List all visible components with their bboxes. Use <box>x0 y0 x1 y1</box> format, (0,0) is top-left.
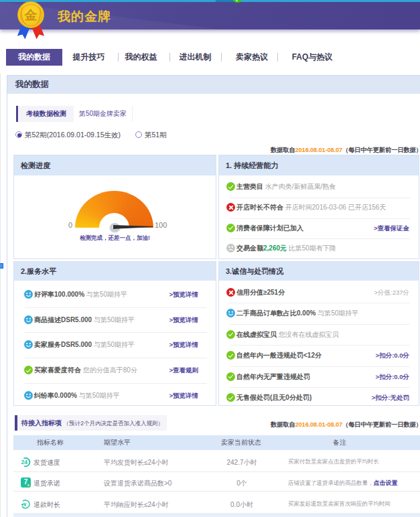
svg-text:¥: ¥ <box>23 502 27 508</box>
svg-text:24: 24 <box>21 459 28 465</box>
